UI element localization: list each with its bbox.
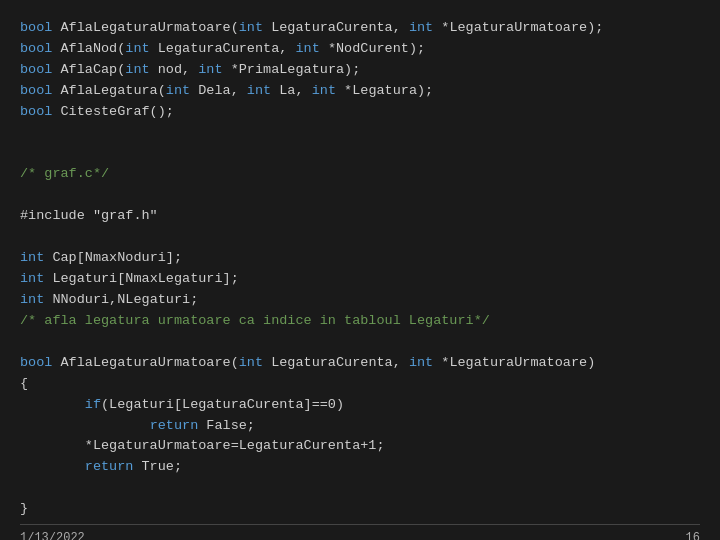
- footer-date: 1/13/2022: [20, 531, 85, 540]
- slide-footer: 1/13/2022 16: [20, 524, 700, 540]
- slide-container: bool AflaLegaturaUrmatoare(int LegaturaC…: [0, 0, 720, 540]
- footer-page: 16: [686, 531, 700, 540]
- code-block: bool AflaLegaturaUrmatoare(int LegaturaC…: [20, 18, 700, 520]
